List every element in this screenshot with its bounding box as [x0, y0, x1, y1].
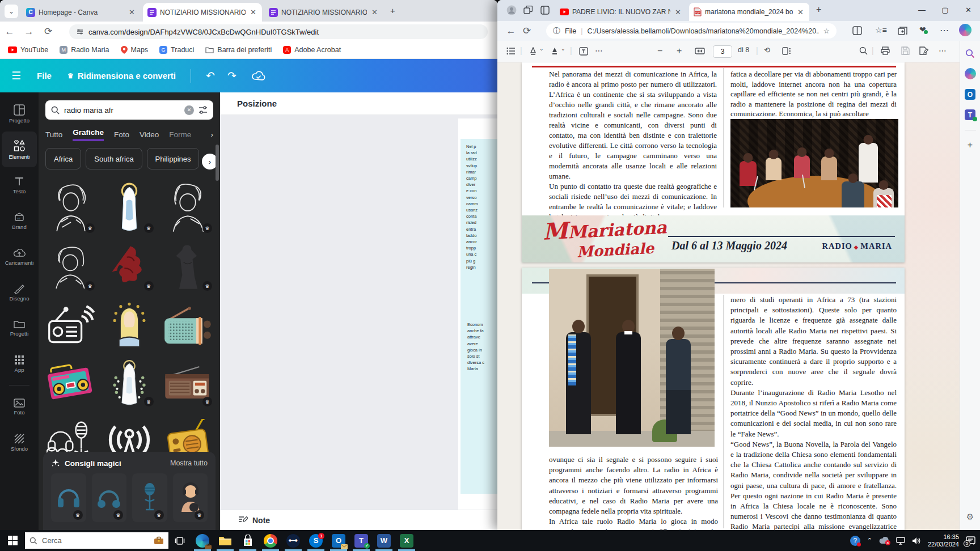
pen-tool-icon[interactable] [529, 47, 537, 56]
sidebar-search-icon[interactable] [965, 49, 975, 58]
collections-icon[interactable] [898, 26, 907, 35]
sidebar-teams-icon[interactable]: T [965, 109, 975, 120]
design-page[interactable]: Nel pla radutilizzsviluprimarcampdivere … [458, 118, 497, 510]
pdf-document-area[interactable]: Nel panorama dei mezzi di comunicazione … [497, 62, 960, 530]
more-tools-icon[interactable]: ⋯ [595, 46, 603, 55]
page-number-input[interactable]: 3 [713, 45, 732, 58]
back-icon[interactable]: ← [503, 26, 519, 37]
favorites-icon[interactable]: ☆≡ [875, 26, 887, 35]
chrome-tab-notiziario-per[interactable]: NOTIZIARIO MISSIONARIO PER ✕ [264, 3, 383, 22]
graphic-virgin-mary-cartoon[interactable] [102, 299, 157, 351]
panel-scrollbar[interactable] [216, 145, 219, 181]
graphic-colorful-boombox[interactable] [43, 357, 98, 409]
close-tab-icon[interactable]: ✕ [796, 8, 805, 16]
tab-actions-icon[interactable] [540, 6, 550, 15]
taskbar-skype-icon[interactable]: S 1 [305, 530, 327, 551]
back-icon[interactable]: ← [0, 26, 19, 37]
toc-icon[interactable] [506, 47, 516, 55]
profile-icon[interactable] [506, 5, 517, 15]
graphic-teal-retro-radio[interactable] [160, 299, 216, 351]
sidebar-item-app[interactable]: App [0, 346, 39, 382]
new-tab-icon[interactable]: + [816, 5, 821, 15]
close-button[interactable]: ✕ [957, 0, 980, 19]
edge-tab-mariatona-pdf[interactable]: PDF mariatona mondiale_2024 bozza ✕ [689, 3, 809, 21]
add-text-icon[interactable] [579, 47, 588, 56]
close-tab-icon[interactable]: ✕ [249, 8, 257, 16]
graphic-dark-statue-figure[interactable]: ♛ [160, 241, 216, 293]
site-info-icon[interactable] [76, 28, 84, 36]
new-tab-icon[interactable]: + [390, 6, 395, 15]
graphic-virgin-mary-figure[interactable]: ♛ [102, 179, 157, 235]
chrome-tab-notiziario-afr[interactable]: NOTIZIARIO MISSIONARIO AFR ✕ [143, 3, 262, 22]
magic-item-person-headphones[interactable]: ♛ [173, 473, 208, 522]
action-center-icon[interactable]: 5 [966, 536, 975, 545]
sidebar-item-brand[interactable]: co. Brand [0, 203, 39, 239]
settings-more-icon[interactable]: ⋯ [940, 25, 949, 36]
sidebar-item-disegno[interactable]: Disegno [0, 274, 39, 310]
get-help-icon[interactable]: ? [850, 536, 860, 546]
highlighter-icon[interactable] [551, 47, 559, 56]
resize-convert-button[interactable]: ♛ Ridimensiona e converti [67, 71, 176, 80]
close-tab-icon[interactable]: ✕ [370, 8, 379, 16]
tabs-overflow-chevron-icon[interactable]: › [211, 130, 214, 139]
taskbar-outlook-icon[interactable]: O [327, 530, 350, 551]
graphic-woman-portrait-sketch-2[interactable]: ♛ [160, 179, 216, 235]
search-document-icon[interactable] [859, 46, 868, 55]
bookmark-maps[interactable]: Maps [121, 46, 149, 54]
magic-item-blue-microphone[interactable]: ♛ [132, 473, 167, 522]
page-view-icon[interactable] [782, 47, 791, 55]
graphic-lourdes-mary-statue[interactable]: ♛ [102, 357, 157, 409]
minimize-button[interactable]: — [910, 0, 933, 19]
sidebar-settings-gear-icon[interactable]: ⚙ [966, 512, 974, 522]
bookmark-radio-maria[interactable]: M Radio Maria [60, 46, 109, 54]
fit-width-icon[interactable] [695, 48, 705, 54]
bookmark-youtube[interactable]: YouTube [8, 46, 48, 54]
display-icon[interactable] [896, 537, 905, 545]
chrome-tab-home-canva[interactable]: C Homepage - Canva ✕ [22, 3, 141, 22]
close-tab-icon[interactable]: ✕ [128, 8, 136, 16]
zoom-in-icon[interactable]: + [677, 46, 682, 56]
graphic-woman-portrait-sketch-3[interactable]: ♛ [43, 241, 98, 293]
close-tab-icon[interactable]: ✕ [674, 8, 682, 16]
filter-chip[interactable]: Philippines [147, 148, 200, 169]
workspaces-icon[interactable] [523, 6, 533, 15]
taskbar-microsoft-store-icon[interactable] [236, 530, 259, 551]
clear-search-icon[interactable]: ✕ [184, 105, 194, 115]
taskbar-word-icon[interactable]: W [373, 530, 395, 551]
sidebar-add-icon[interactable]: + [968, 140, 973, 150]
browser-essentials-icon[interactable]: ❤ [919, 25, 926, 34]
taskbar-file-explorer-icon[interactable] [214, 530, 236, 551]
graphic-radio-line-icon[interactable] [43, 299, 98, 351]
taskbar-teamviewer-icon[interactable]: ⟷ [282, 530, 305, 551]
sidebar-item-progetti[interactable]: Progetti [0, 310, 39, 346]
print-icon[interactable] [881, 46, 890, 55]
taskbar-excel-icon[interactable]: X [395, 530, 418, 551]
sync-error-icon[interactable]: ✕ [879, 537, 889, 544]
pdf-more-icon[interactable]: ⋯ [939, 46, 947, 55]
note-bar[interactable]: Note [220, 510, 497, 530]
menu-hamburger-icon[interactable]: ☰ [11, 69, 21, 82]
taskbar-teams-icon[interactable]: T ✓ [350, 530, 373, 551]
reload-icon[interactable]: ⟳ [519, 25, 535, 37]
bookmark-folder-preferiti[interactable]: Barra dei preferiti [205, 46, 272, 54]
task-view-button[interactable] [168, 536, 191, 545]
design-text-box[interactable]: Nel pla radutilizzsviluprimarcampdivere … [461, 139, 497, 494]
highlighter-dropdown-icon[interactable]: ⌄ [561, 46, 565, 52]
tab-video[interactable]: Video [140, 130, 159, 139]
favorite-star-icon[interactable]: ☆ [823, 27, 830, 35]
sidebar-outlook-icon[interactable]: O [965, 89, 975, 100]
sidebar-item-elementi[interactable]: Elementi [2, 132, 37, 167]
reload-icon[interactable]: ⟳ [39, 26, 58, 37]
edge-tab-padre-livio[interactable]: PADRE LIVIO: IL NUOVO ZAR NO ✕ [555, 3, 687, 21]
sidebar-item-sfondo[interactable]: Sfondo [0, 425, 39, 460]
copilot-icon[interactable] [959, 24, 971, 36]
taskbar-search-box[interactable]: Cerca [25, 532, 168, 549]
tab-grafiche[interactable]: Grafiche [73, 128, 104, 141]
tab-forme[interactable]: Forme [169, 130, 191, 139]
forward-icon[interactable]: → [19, 26, 39, 37]
bookmark-traduci[interactable]: G Traduci [159, 46, 194, 54]
file-menu[interactable]: File [37, 71, 52, 80]
sidebar-item-testo[interactable]: Testo [0, 167, 39, 203]
bookmark-adobe-acrobat[interactable]: A Adobe Acrobat [283, 46, 341, 54]
rotate-icon[interactable]: ⟲ [764, 46, 770, 54]
